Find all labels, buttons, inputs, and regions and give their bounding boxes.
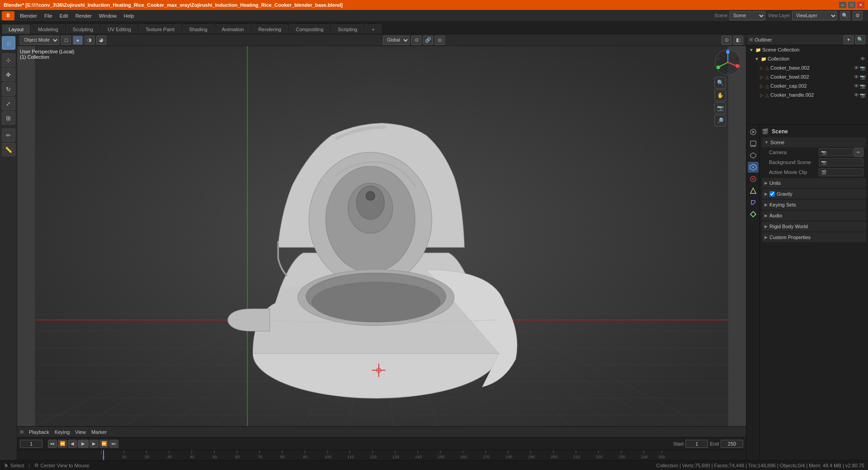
background-scene-value[interactable]: 📷 xyxy=(819,158,863,166)
world-props-icon[interactable] xyxy=(748,174,759,184)
camera-value[interactable]: 📷 xyxy=(819,148,853,156)
cursor-tool-btn[interactable]: ⊹ xyxy=(2,53,15,67)
collection-visibility[interactable]: 👁 xyxy=(860,56,865,61)
tab-modeling[interactable]: Modeling xyxy=(31,24,65,34)
viewport-shading-render[interactable]: ◕ xyxy=(96,36,106,45)
tab-compositing[interactable]: Compositing xyxy=(289,24,330,34)
frame-start-input[interactable] xyxy=(685,440,708,448)
tab-add[interactable]: + xyxy=(365,24,381,34)
menu-file[interactable]: File xyxy=(41,12,56,19)
tab-scripting[interactable]: Scripting xyxy=(331,24,364,34)
jump-end-btn[interactable]: ⏭ xyxy=(109,440,118,448)
nav-pan-btn[interactable]: ✋ xyxy=(714,89,726,101)
prev-keyframe-btn[interactable]: ⏪ xyxy=(58,440,67,448)
modifier-props-icon[interactable] xyxy=(748,197,759,208)
jump-start-btn[interactable]: ⏮ xyxy=(48,440,57,448)
outliner-cooker-cap[interactable]: ▷ △ Cooker_cap.002 👁 📷 xyxy=(757,81,868,90)
viewport-mode-select[interactable]: Object Mode xyxy=(20,36,59,45)
cooker-cap-render-icon[interactable]: 📷 xyxy=(860,84,865,89)
timeline-ruler[interactable]: 0 10 20 30 40 50 60 70 xyxy=(17,450,746,460)
measure-tool-btn[interactable]: 📏 xyxy=(2,143,15,156)
tab-texture-paint[interactable]: Texture Paint xyxy=(139,24,181,34)
current-frame-input[interactable] xyxy=(20,440,42,448)
render-props-icon[interactable] xyxy=(748,127,759,137)
viewport-proportional-btn[interactable]: ◎ xyxy=(435,36,445,45)
cooker-handle-render-icon[interactable]: 📷 xyxy=(860,93,865,98)
outliner-scene-collection[interactable]: ▼ 📁 Scene Collection xyxy=(746,45,868,54)
audio-section-header[interactable]: ▶ Audio xyxy=(762,211,866,221)
outliner-cooker-base[interactable]: ▷ △ Cooker_base.002 👁 📷 xyxy=(757,63,868,72)
cooker-base-visibility[interactable]: 👁 xyxy=(854,65,859,70)
menu-help[interactable]: Help xyxy=(120,12,138,19)
playback-menu[interactable]: Playback xyxy=(27,429,51,435)
cooker-handle-visibility[interactable]: 👁 xyxy=(854,92,859,98)
keying-sets-section-header[interactable]: ▶ Keying Sets xyxy=(762,200,866,210)
data-props-icon[interactable] xyxy=(748,209,759,220)
units-section-header[interactable]: ▶ Units xyxy=(762,178,866,188)
viewport-shading-solid[interactable]: ● xyxy=(73,36,83,45)
maximize-btn[interactable]: □ xyxy=(848,2,855,8)
transform-tool-btn[interactable]: ⊞ xyxy=(2,111,15,125)
next-frame-btn[interactable]: ▶ xyxy=(90,440,99,448)
outliner-cooker-bowl[interactable]: ▷ △ Cooker_bowl.002 👁 📷 xyxy=(757,72,868,81)
gravity-checkbox[interactable] xyxy=(769,191,775,197)
nav-zoom-btn[interactable]: 🔍 xyxy=(714,77,726,89)
scene-props-icon[interactable] xyxy=(748,162,759,173)
gravity-section-header[interactable]: ▶ Gravity xyxy=(762,189,866,199)
viewport-gizmo[interactable]: Z X Y xyxy=(714,49,741,76)
menu-window[interactable]: Window xyxy=(95,12,120,19)
movie-clip-value[interactable]: 🎬 xyxy=(819,168,863,176)
rotate-tool-btn[interactable]: ↻ xyxy=(2,82,15,96)
select-tool-btn[interactable]: ◻ xyxy=(2,36,15,50)
object-props-icon[interactable] xyxy=(748,185,759,196)
viewport-global-select[interactable]: Global xyxy=(383,36,410,45)
camera-picker-btn[interactable]: ✏ xyxy=(854,148,863,157)
annotate-tool-btn[interactable]: ✏ xyxy=(2,128,15,142)
frame-end-input[interactable] xyxy=(721,440,743,448)
minimize-btn[interactable]: ─ xyxy=(839,2,846,8)
tab-animation[interactable]: Animation xyxy=(215,24,251,34)
rigid-body-world-section-header[interactable]: ▶ Rigid Body World xyxy=(762,221,866,231)
outliner-search-btn[interactable]: 🔍 xyxy=(855,35,865,44)
menu-render[interactable]: Render xyxy=(72,12,95,19)
view-layer-props-icon[interactable] xyxy=(748,150,759,161)
output-props-icon[interactable] xyxy=(748,138,759,149)
tab-shading[interactable]: Shading xyxy=(182,24,214,34)
marker-menu[interactable]: Marker xyxy=(90,429,108,435)
viewport-xray-btn[interactable]: ◧ xyxy=(733,36,743,45)
scale-tool-btn[interactable]: ⤢ xyxy=(2,97,15,110)
outliner-collection[interactable]: ▼ 📁 Collection 👁 xyxy=(752,54,868,63)
next-keyframe-btn[interactable]: ⏩ xyxy=(99,440,108,448)
outliner-filter-btn[interactable]: ▼ xyxy=(844,35,854,44)
cooker-bowl-visibility[interactable]: 👁 xyxy=(854,74,859,80)
nav-zoom-in-btn[interactable]: 🔎 xyxy=(714,115,726,127)
cooker-cap-visibility[interactable]: 👁 xyxy=(854,83,859,89)
tab-rendering[interactable]: Rendering xyxy=(251,24,288,34)
viewport-shading-wire[interactable]: ◻ xyxy=(61,36,71,45)
viewport-shading-material[interactable]: ◑ xyxy=(85,36,94,45)
search-btn[interactable]: 🔍 xyxy=(840,11,850,20)
view-menu[interactable]: View xyxy=(73,429,88,435)
settings-btn[interactable]: ⚙ xyxy=(853,11,863,20)
play-stop-btn[interactable]: ▶ xyxy=(78,440,89,448)
tab-sculpting[interactable]: Sculpting xyxy=(66,24,100,34)
custom-properties-section-header[interactable]: ▶ Custom Properties xyxy=(762,232,866,242)
viewport-canvas[interactable]: User Perspective (Local) (1) Collection … xyxy=(17,46,746,426)
viewport-snap-btn[interactable]: 🔗 xyxy=(423,36,433,45)
cooker-bowl-render-icon[interactable]: 📷 xyxy=(860,75,865,80)
viewport-pivot-btn[interactable]: ⊙ xyxy=(411,36,421,45)
scene-section-header[interactable]: ▼ Scene xyxy=(762,137,866,147)
cooker-base-render-icon[interactable]: 📷 xyxy=(860,66,865,70)
outliner-cooker-handle[interactable]: ▷ △ Cooker_handle.002 👁 📷 xyxy=(757,90,868,99)
keying-menu[interactable]: Keying xyxy=(53,429,72,435)
scene-selector[interactable]: Scene xyxy=(729,11,765,20)
view-layer-selector[interactable]: ViewLayer xyxy=(792,11,837,20)
menu-edit[interactable]: Edit xyxy=(56,12,72,19)
tab-uv-editing[interactable]: UV Editing xyxy=(101,24,138,34)
viewport-overlay-btn[interactable]: ⊙ xyxy=(722,36,731,45)
menu-blender[interactable]: Blender xyxy=(16,12,41,19)
move-tool-btn[interactable]: ✥ xyxy=(2,68,15,81)
nav-camera-btn[interactable]: 📷 xyxy=(714,102,726,114)
prev-frame-btn[interactable]: ◀ xyxy=(68,440,77,448)
close-btn[interactable]: ✕ xyxy=(857,2,864,8)
